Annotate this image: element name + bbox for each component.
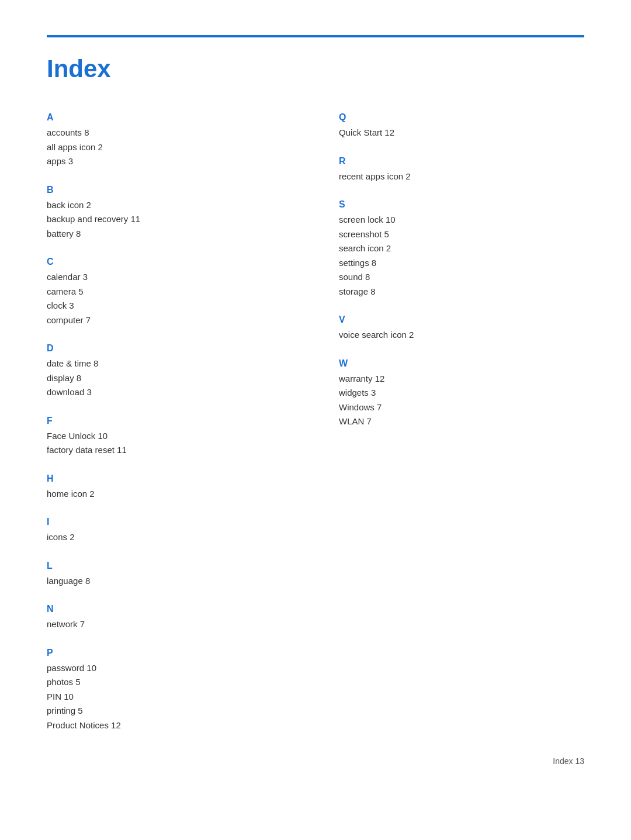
- section-letter: P: [47, 648, 292, 658]
- left-column: Aaccounts 8all apps icon 2apps 3Bback ic…: [47, 112, 316, 748]
- index-section-a: Aaccounts 8all apps icon 2apps 3: [47, 112, 292, 168]
- section-letter: W: [339, 358, 584, 369]
- section-letter: H: [47, 473, 292, 484]
- section-letter: A: [47, 112, 292, 123]
- section-items: date & time 8display 8download 3: [47, 357, 292, 399]
- index-item: camera 5: [47, 285, 292, 299]
- index-item: Product Notices 12: [47, 719, 292, 732]
- index-section-l: Llanguage 8: [47, 561, 292, 588]
- index-item: password 10: [47, 662, 292, 675]
- index-item: icons 2: [47, 531, 292, 544]
- page-container: Index Aaccounts 8all apps icon 2apps 3Bb…: [0, 0, 631, 795]
- index-item: home icon 2: [47, 488, 292, 501]
- section-letter: S: [339, 199, 584, 210]
- section-items: warranty 12widgets 3Windows 7WLAN 7: [339, 372, 584, 428]
- index-item: battery 8: [47, 227, 292, 241]
- index-section-c: Ccalendar 3camera 5clock 3computer 7: [47, 257, 292, 327]
- section-letter: R: [339, 156, 584, 167]
- section-items: language 8: [47, 575, 292, 588]
- index-item: network 7: [47, 618, 292, 631]
- index-item: computer 7: [47, 314, 292, 327]
- index-item: Quick Start 12: [339, 126, 584, 140]
- index-item: sound 8: [339, 271, 584, 284]
- index-item: voice search icon 2: [339, 329, 584, 342]
- index-item: clock 3: [47, 299, 292, 313]
- section-letter: F: [47, 416, 292, 426]
- section-items: recent apps icon 2: [339, 170, 584, 184]
- index-item: language 8: [47, 575, 292, 588]
- index-item: all apps icon 2: [47, 141, 292, 154]
- index-item: back icon 2: [47, 199, 292, 212]
- index-item: display 8: [47, 372, 292, 385]
- index-item: widgets 3: [339, 386, 584, 400]
- index-section-h: Hhome icon 2: [47, 473, 292, 501]
- index-item: screenshot 5: [339, 228, 584, 241]
- index-item: Windows 7: [339, 401, 584, 414]
- section-letter: D: [47, 343, 292, 354]
- index-item: recent apps icon 2: [339, 170, 584, 184]
- section-items: calendar 3camera 5clock 3computer 7: [47, 271, 292, 327]
- index-item: WLAN 7: [339, 415, 584, 428]
- section-items: voice search icon 2: [339, 329, 584, 342]
- index-section-f: FFace Unlock 10factory data reset 11: [47, 416, 292, 457]
- right-column: QQuick Start 12Rrecent apps icon 2Sscree…: [316, 112, 584, 748]
- section-letter: L: [47, 561, 292, 571]
- section-items: Quick Start 12: [339, 126, 584, 140]
- index-item: printing 5: [47, 704, 292, 718]
- section-letter: V: [339, 314, 584, 325]
- index-section-r: Rrecent apps icon 2: [339, 156, 584, 184]
- index-section-i: Iicons 2: [47, 517, 292, 544]
- section-letter: C: [47, 257, 292, 267]
- index-section-b: Bback icon 2backup and recovery 11batter…: [47, 185, 292, 241]
- index-section-d: Ddate & time 8display 8download 3: [47, 343, 292, 399]
- index-item: warranty 12: [339, 372, 584, 386]
- index-item: factory data reset 11: [47, 444, 292, 457]
- index-item: backup and recovery 11: [47, 213, 292, 226]
- index-section-p: Ppassword 10photos 5PIN 10printing 5Prod…: [47, 648, 292, 732]
- section-items: home icon 2: [47, 488, 292, 501]
- index-item: calendar 3: [47, 271, 292, 284]
- top-border: [47, 35, 584, 37]
- index-item: accounts 8: [47, 126, 292, 140]
- section-items: password 10photos 5PIN 10printing 5Produ…: [47, 662, 292, 732]
- index-item: Face Unlock 10: [47, 430, 292, 443]
- index-section-s: Sscreen lock 10screenshot 5search icon 2…: [339, 199, 584, 298]
- index-section-q: QQuick Start 12: [339, 112, 584, 140]
- index-item: search icon 2: [339, 242, 584, 255]
- index-item: photos 5: [47, 676, 292, 689]
- section-items: icons 2: [47, 531, 292, 544]
- section-items: back icon 2backup and recovery 11battery…: [47, 199, 292, 241]
- index-content: Aaccounts 8all apps icon 2apps 3Bback ic…: [47, 112, 584, 748]
- index-item: PIN 10: [47, 690, 292, 704]
- index-item: apps 3: [47, 155, 292, 168]
- index-section-v: Vvoice search icon 2: [339, 314, 584, 342]
- index-item: screen lock 10: [339, 213, 584, 227]
- index-item: settings 8: [339, 257, 584, 270]
- index-section-w: Wwarranty 12widgets 3Windows 7WLAN 7: [339, 358, 584, 428]
- index-item: storage 8: [339, 285, 584, 299]
- section-items: screen lock 10screenshot 5search icon 2s…: [339, 213, 584, 298]
- section-letter: I: [47, 517, 292, 527]
- index-section-n: Nnetwork 7: [47, 604, 292, 631]
- section-letter: B: [47, 185, 292, 195]
- section-items: accounts 8all apps icon 2apps 3: [47, 126, 292, 168]
- index-item: date & time 8: [47, 357, 292, 371]
- section-letter: Q: [339, 112, 584, 123]
- section-items: network 7: [47, 618, 292, 631]
- index-item: download 3: [47, 386, 292, 399]
- page-footer: Index 13: [553, 756, 584, 766]
- section-items: Face Unlock 10factory data reset 11: [47, 430, 292, 457]
- section-letter: N: [47, 604, 292, 614]
- page-title: Index: [47, 55, 584, 83]
